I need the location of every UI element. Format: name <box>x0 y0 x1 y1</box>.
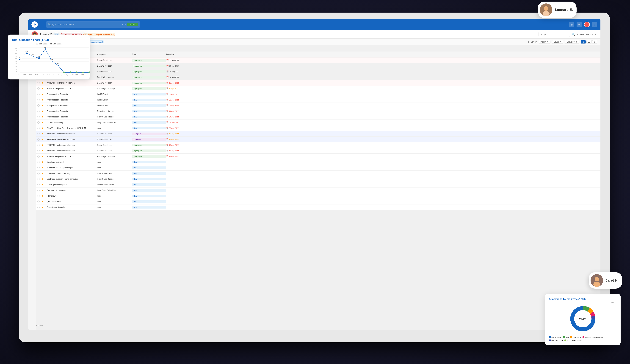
table-row[interactable]: Anonymization Requests Ian IT Expert New… <box>36 91 600 97</box>
table-row[interactable]: Waterfall – implementation of IS Paul Pr… <box>36 154 600 159</box>
search-button[interactable]: Search <box>127 23 138 26</box>
group-by-chip[interactable]: Group by: ▼ <box>565 40 579 44</box>
row-checkbox[interactable] <box>38 184 40 186</box>
row-checkbox[interactable] <box>38 150 40 152</box>
table-row[interactable]: Caliber synchronization Danny Developer … <box>36 57 600 63</box>
row-project: KANBAN – software development <box>47 150 97 152</box>
more-options-icon[interactable]: ⋮ <box>592 22 597 27</box>
row-project: Put all question together <box>47 184 97 186</box>
row-project: Anonymization Requests <box>47 104 97 107</box>
list-view-icon[interactable]: ≡ <box>576 22 582 27</box>
row-assignee: Paul Project Manager <box>97 76 132 78</box>
table-row[interactable]: Anonymization Requests Ian IT Expert New… <box>36 97 600 103</box>
table-row[interactable]: Study and question Formal attributes Ric… <box>36 176 600 182</box>
settings-icon[interactable]: ⚙ <box>595 33 597 36</box>
table-row[interactable]: KANBAN – software development Danny Deve… <box>36 148 600 154</box>
app-logo[interactable]: ⊙ <box>32 21 38 28</box>
svg-point-15 <box>51 60 52 61</box>
row-checkbox[interactable] <box>38 121 40 124</box>
row-checkbox[interactable] <box>38 172 40 174</box>
search-filter-icon[interactable]: 🔍 <box>572 33 575 36</box>
due-date-cell: 📅09 Aug 2022 <box>166 99 192 101</box>
table-row[interactable]: Lucy – Onboarding Lucy Direct Sales Rep … <box>36 120 600 125</box>
row-assignee: Ricky Sales Director <box>97 110 132 112</box>
subject-input[interactable] <box>538 32 570 37</box>
col-status[interactable]: Status <box>132 53 166 55</box>
row-project: Anonymization Requests <box>47 110 97 112</box>
table-row[interactable]: KANBAN – software development Danny Deve… <box>36 137 600 142</box>
row-checkbox[interactable] <box>38 116 40 118</box>
row-checkbox[interactable] <box>38 93 40 95</box>
table-row[interactable]: KANBAN – software development Danny Deve… <box>36 80 600 86</box>
leonard-name: Leonard E. <box>555 8 573 12</box>
table-row[interactable]: Qutes and format none New <box>36 199 600 204</box>
grid-view-icon[interactable]: ⊞ <box>569 22 574 27</box>
table-row[interactable]: Simplification of imports Danny Develope… <box>36 69 600 74</box>
table-row[interactable]: PHASE I – Client Zone Development (SCRUM… <box>36 125 600 131</box>
table-row[interactable]: KANBAN – software development Danny Deve… <box>36 131 600 137</box>
table-row[interactable]: Anonymization Requests Ricky Sales Direc… <box>36 108 600 114</box>
leonard-avatar <box>540 3 552 16</box>
filter-icon[interactable]: ⊞ <box>124 23 126 25</box>
row-checkbox[interactable] <box>38 127 40 129</box>
view-grid-button[interactable]: ⊞ <box>581 40 586 44</box>
pie-chart-card: Allocations by task type (1783) ••• 94.8… <box>545 294 620 345</box>
table-row[interactable]: Anonymization Requests Ian IT Expert New… <box>36 103 600 108</box>
table-row[interactable]: Questions from partner Lucy Direct Sales… <box>36 187 600 193</box>
sort-status-chip[interactable]: Status ▼ <box>552 40 563 44</box>
row-checkbox[interactable] <box>38 110 40 112</box>
row-checkbox[interactable] <box>38 161 40 163</box>
row-checkbox[interactable] <box>38 133 40 135</box>
table-row[interactable]: Security questionnaire none New <box>36 204 600 210</box>
search-placeholder[interactable]: Type searched item here... <box>52 23 120 26</box>
row-checkbox[interactable] <box>38 104 40 107</box>
table-row[interactable]: Study and question Security CRM – Sales … <box>36 171 600 176</box>
row-checkbox[interactable] <box>38 87 40 90</box>
row-checkbox[interactable] <box>38 206 40 208</box>
sort-label: Sort by: <box>531 41 537 43</box>
status-badge: New <box>132 189 166 192</box>
table-row[interactable]: Study and question product part none New <box>36 165 600 171</box>
legend-feature: Feature (development) <box>582 336 602 338</box>
user-avatar-top[interactable] <box>584 22 590 27</box>
table-body[interactable]: Caliber synchronization Danny Developer … <box>36 57 600 324</box>
row-checkbox[interactable] <box>38 195 40 197</box>
view-list-button[interactable]: ☰ <box>586 40 592 44</box>
col-assignee[interactable]: Assignee <box>97 53 132 55</box>
table-row[interactable]: Put all question together Linda Partner'… <box>36 182 600 187</box>
table-row[interactable]: Waterfall – implementation of IS Paul Pr… <box>36 86 600 91</box>
pie-legend: Machine task Task Deliverable Feature (d… <box>549 336 617 341</box>
due-date-cell: 📅14 Aug 2022 <box>166 150 192 152</box>
row-assignee: Paul Project Manager <box>97 87 132 90</box>
view-kanban-button[interactable]: ⊟ <box>592 40 597 44</box>
row-project: KANBAN – software development <box>47 138 97 141</box>
table-row[interactable]: Questions delivered none New <box>36 159 600 165</box>
calendar-icon: 📅 <box>166 76 169 78</box>
row-checkbox[interactable] <box>38 82 40 84</box>
row-checkbox[interactable] <box>38 99 40 101</box>
table-row[interactable]: Current reporting module is insufficient… <box>36 74 600 80</box>
table-row[interactable]: Delay of notifications Danny Developer I… <box>36 63 600 69</box>
status-badge: New <box>132 172 166 175</box>
row-checkbox[interactable] <box>38 178 40 180</box>
table-row[interactable]: Anonymization Requests Ricky Sales Direc… <box>36 114 600 120</box>
sort-icon: ⇅ <box>528 41 529 43</box>
svg-point-18 <box>70 72 71 72</box>
saved-filters-button[interactable]: ★ Saved filters ▼ <box>577 33 593 35</box>
row-checkbox[interactable] <box>38 201 40 203</box>
clear-icon[interactable]: ✕ <box>122 23 123 25</box>
due-date-cell: 📅15 Aug 2022 <box>166 82 192 84</box>
row-checkbox[interactable] <box>38 167 40 169</box>
sort-priority-chip[interactable]: Priority ▼ <box>539 40 550 44</box>
table-row[interactable]: KANBAN – software development Danny Deve… <box>36 142 600 148</box>
row-checkbox[interactable] <box>38 189 40 191</box>
status-badge: New <box>132 183 166 186</box>
table-row[interactable]: RFP answer none New <box>36 193 600 199</box>
status-badge: New <box>132 127 166 129</box>
row-checkbox[interactable] <box>38 144 40 146</box>
row-checkbox[interactable] <box>38 155 40 157</box>
cal-icon: 📅 <box>166 116 168 118</box>
col-duedate[interactable]: Due date <box>166 53 192 55</box>
main-table-rows: KANBAN – software development Danny Deve… <box>36 80 600 210</box>
row-checkbox[interactable] <box>38 138 40 141</box>
